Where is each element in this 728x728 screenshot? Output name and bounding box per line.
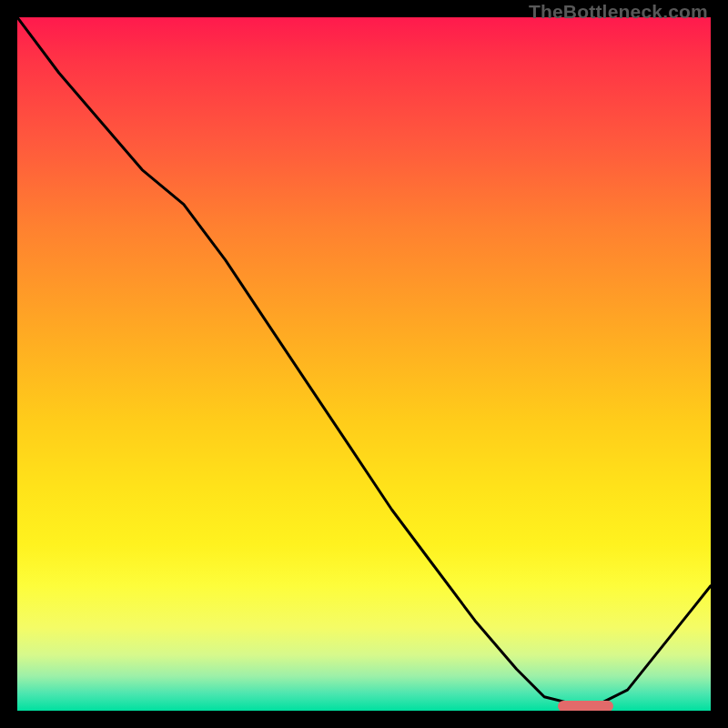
optimal-range-marker	[558, 701, 613, 711]
watermark-text: TheBottleneck.com	[529, 1, 708, 23]
bottleneck-curve	[17, 17, 711, 711]
chart-frame: TheBottleneck.com	[0, 0, 728, 728]
plot-area	[17, 17, 711, 711]
